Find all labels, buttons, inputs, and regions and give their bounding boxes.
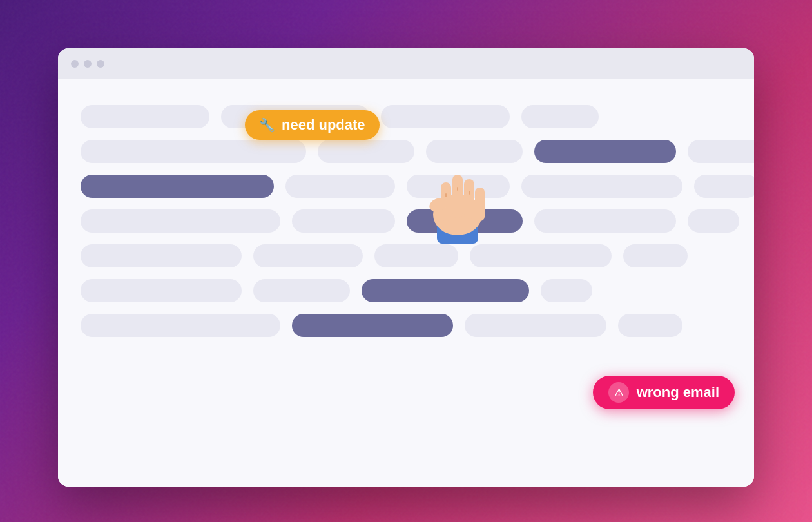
table-cell [470, 244, 612, 267]
table-area [81, 105, 731, 337]
alert-icon: ⚠ [608, 382, 629, 403]
table-cell [521, 105, 599, 128]
wrong-email-badge[interactable]: ⚠ wrong email [593, 376, 735, 409]
table-row [81, 175, 731, 198]
traffic-light-yellow [84, 60, 92, 68]
table-row [81, 244, 731, 267]
table-cell [285, 175, 395, 198]
table-cell [465, 314, 606, 337]
table-cell [541, 279, 592, 302]
table-cell [688, 140, 754, 163]
table-cell [534, 209, 676, 233]
table-cell [292, 209, 395, 233]
table-row [81, 279, 731, 302]
table-cell [253, 244, 363, 267]
table-cell [362, 279, 529, 302]
traffic-light-green [97, 60, 104, 68]
browser-window: 🔧 need update [58, 48, 754, 487]
table-cell [521, 175, 682, 198]
svg-rect-3 [452, 175, 463, 218]
table-cell [81, 140, 306, 163]
wrench-icon: 🔧 [259, 117, 275, 133]
table-row [81, 314, 731, 337]
browser-content: 🔧 need update [58, 79, 754, 487]
table-cell [688, 209, 739, 233]
table-cell [623, 244, 688, 267]
table-cell [81, 175, 274, 198]
table-cell [81, 244, 242, 267]
table-cell [374, 244, 458, 267]
table-cell [81, 209, 280, 233]
table-row [81, 140, 731, 163]
table-cell [81, 279, 242, 302]
traffic-light-red [71, 60, 79, 68]
alert-triangle-icon: ⚠ [614, 387, 623, 399]
table-cell [534, 140, 676, 163]
table-cell [292, 314, 453, 337]
table-row [81, 209, 731, 233]
table-cell [381, 105, 510, 128]
svg-rect-4 [464, 179, 474, 219]
table-cell [618, 314, 682, 337]
table-cell [81, 314, 280, 337]
table-cell [253, 279, 350, 302]
need-update-label: need update [282, 117, 365, 133]
table-cell [694, 175, 754, 198]
wrong-email-label: wrong email [637, 384, 719, 401]
table-cell [81, 105, 209, 128]
table-row [81, 105, 731, 128]
table-cell [318, 140, 414, 163]
browser-titlebar [58, 48, 754, 79]
need-update-badge[interactable]: 🔧 need update [245, 110, 380, 140]
hand-cursor [419, 144, 496, 234]
svg-rect-5 [475, 188, 485, 221]
